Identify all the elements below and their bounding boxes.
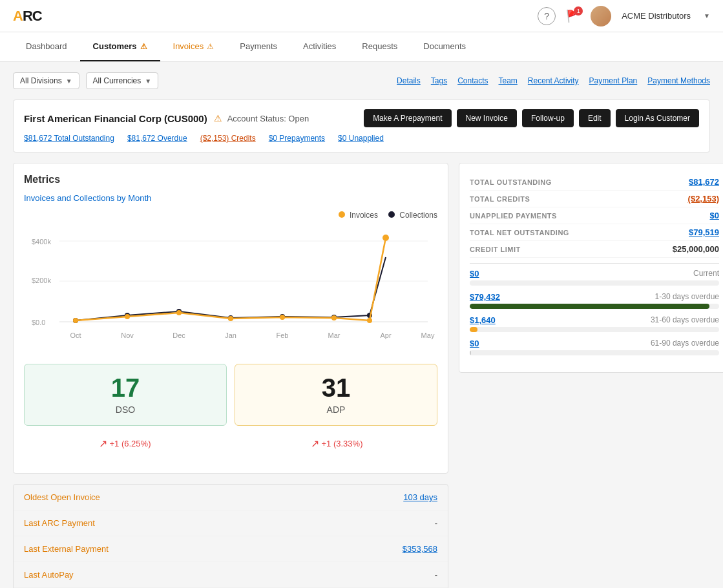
aging-61-90-amount[interactable]: $0 bbox=[470, 339, 479, 348]
avatar[interactable] bbox=[591, 6, 611, 26]
nav-item-documents[interactable]: Documents bbox=[410, 32, 479, 61]
nav-item-activities[interactable]: Activities bbox=[290, 32, 349, 61]
autopay-value: - bbox=[435, 570, 437, 580]
chart-legend: Invoices Collections bbox=[24, 211, 437, 220]
line-chart: $400k $200k $0.0 Oct Nov Dec Jan Feb Ma bbox=[24, 225, 437, 354]
follow-up-button[interactable]: Follow-up bbox=[522, 109, 574, 127]
help-icon[interactable]: ? bbox=[538, 7, 556, 25]
svg-text:Feb: Feb bbox=[277, 331, 289, 339]
info-row-autopay: Last AutoPay - bbox=[14, 562, 448, 588]
chart-section: Invoices and Collections by Month Invoic… bbox=[24, 193, 437, 450]
customer-panel: First American Financial Corp (CUS000) ⚠… bbox=[13, 100, 710, 152]
company-dropdown-icon[interactable]: ▼ bbox=[704, 12, 710, 19]
metrics-title: Metrics bbox=[24, 174, 437, 185]
credit-limit-value: $25,000,000 bbox=[673, 244, 719, 254]
metric-cards: 17 DSO 31 ADP bbox=[24, 364, 437, 426]
notifications-button[interactable]: 🚩 1 bbox=[566, 9, 580, 23]
nav-item-requests[interactable]: Requests bbox=[349, 32, 410, 61]
aging-1-30-amount[interactable]: $79,432 bbox=[470, 292, 500, 302]
legend-invoices: Invoices bbox=[339, 211, 378, 220]
credit-limit-row: CREDIT LIMIT $25,000,000 bbox=[470, 241, 719, 258]
tab-contacts[interactable]: Contacts bbox=[457, 76, 488, 85]
new-invoice-button[interactable]: New Invoice bbox=[457, 109, 517, 127]
svg-text:May: May bbox=[421, 331, 435, 339]
svg-point-24 bbox=[228, 316, 233, 321]
logo[interactable]: ARC bbox=[13, 8, 42, 25]
main-nav: Dashboard Customers ⚠ Invoices ⚠ Payment… bbox=[0, 32, 723, 62]
aging-31-60-bar bbox=[470, 327, 477, 332]
nav-item-payments[interactable]: Payments bbox=[227, 32, 290, 61]
left-panel: Metrics Invoices and Collections by Mont… bbox=[13, 163, 448, 588]
svg-point-22 bbox=[125, 314, 130, 319]
company-name[interactable]: ACME Distributors bbox=[622, 11, 691, 21]
header: ARC ? 🚩 1 ACME Distributors ▼ bbox=[0, 0, 723, 32]
tab-payment-plan[interactable]: Payment Plan bbox=[589, 76, 638, 85]
nav-item-customers[interactable]: Customers ⚠ bbox=[80, 32, 160, 61]
total-credits-row: TOTAL CREDITS ($2,153) bbox=[470, 191, 719, 207]
oldest-invoice-link[interactable]: 103 days bbox=[403, 492, 437, 502]
adp-label: ADP bbox=[246, 404, 426, 415]
svg-text:Jan: Jan bbox=[225, 331, 236, 339]
stat-unapplied[interactable]: $0 Unapplied bbox=[338, 134, 384, 143]
aging-31-60-amount[interactable]: $1,640 bbox=[470, 315, 496, 325]
customers-warning-icon: ⚠ bbox=[140, 42, 147, 51]
aging-31-60-label: 31-60 days overdue bbox=[651, 315, 719, 325]
info-row-external-payment: Last External Payment $353,568 bbox=[14, 536, 448, 562]
svg-text:Apr: Apr bbox=[380, 331, 391, 339]
stat-overdue[interactable]: $81,672 Overdue bbox=[127, 134, 187, 143]
aging-current-bar-bg bbox=[470, 280, 719, 286]
svg-text:Dec: Dec bbox=[173, 331, 185, 339]
dso-change: ↗ +1 (6.25%) bbox=[24, 437, 225, 450]
tab-details[interactable]: Details bbox=[397, 76, 421, 85]
chart-title-text: Invoices and Collections by Month bbox=[24, 193, 151, 203]
aging-1-30-header: $79,432 1-30 days overdue bbox=[470, 292, 719, 302]
svg-point-28 bbox=[382, 235, 389, 241]
division-filter[interactable]: All Divisions ▼ bbox=[13, 72, 79, 89]
notification-badge: 1 bbox=[574, 6, 583, 16]
nav-item-invoices[interactable]: Invoices ⚠ bbox=[160, 32, 227, 61]
svg-text:$200k: $200k bbox=[32, 277, 51, 284]
svg-point-27 bbox=[367, 318, 372, 323]
dso-card: 17 DSO bbox=[24, 364, 227, 426]
tab-tags[interactable]: Tags bbox=[431, 76, 447, 85]
aging-61-90-header: $0 61-90 days overdue bbox=[470, 339, 719, 348]
tab-team[interactable]: Team bbox=[499, 76, 518, 85]
total-outstanding-value[interactable]: $81,672 bbox=[689, 177, 719, 187]
division-dropdown-icon: ▼ bbox=[66, 78, 72, 85]
aging-31-60: $1,640 31-60 days overdue bbox=[470, 315, 719, 332]
stat-credits[interactable]: ($2,153) Credits bbox=[200, 134, 256, 143]
aging-current: $0 Current bbox=[470, 269, 719, 286]
external-payment-link[interactable]: $353,568 bbox=[403, 544, 437, 554]
edit-button[interactable]: Edit bbox=[579, 109, 611, 127]
svg-text:Oct: Oct bbox=[70, 331, 81, 339]
invoices-dot bbox=[339, 211, 345, 218]
totals-divider bbox=[470, 263, 719, 264]
aging-61-90-bar-bg bbox=[470, 350, 719, 355]
total-credits-value[interactable]: ($2,153) bbox=[688, 194, 719, 204]
metrics-section: Metrics Invoices and Collections by Mont… bbox=[13, 163, 448, 474]
invoices-warning-icon: ⚠ bbox=[207, 42, 214, 51]
unapplied-payments-value[interactable]: $0 bbox=[710, 211, 719, 220]
arc-payment-value: - bbox=[435, 518, 437, 528]
adp-card: 31 ADP bbox=[235, 364, 437, 426]
svg-point-21 bbox=[73, 318, 78, 323]
stat-prepayments[interactable]: $0 Prepayments bbox=[269, 134, 325, 143]
unapplied-payments-row: UNAPPLIED PAYMENTS $0 bbox=[470, 207, 719, 224]
nav-item-dashboard[interactable]: Dashboard bbox=[13, 32, 80, 61]
svg-text:Mar: Mar bbox=[328, 331, 341, 339]
total-outstanding-row: TOTAL OUTSTANDING $81,672 bbox=[470, 174, 719, 191]
currency-filter[interactable]: All Currencies ▼ bbox=[86, 72, 159, 89]
tab-payment-methods[interactable]: Payment Methods bbox=[647, 76, 710, 85]
make-prepayment-button[interactable]: Make A Prepayment bbox=[364, 109, 451, 127]
stat-total-outstanding[interactable]: $81,672 Total Outstanding bbox=[24, 134, 114, 143]
login-as-customer-button[interactable]: Login As Customer bbox=[616, 109, 699, 127]
customer-header: First American Financial Corp (CUS000) ⚠… bbox=[24, 109, 699, 127]
adp-change: ↗ +1 (3.33%) bbox=[236, 437, 437, 450]
aging-current-amount[interactable]: $0 bbox=[470, 269, 479, 278]
aging-31-60-bar-bg bbox=[470, 327, 719, 332]
net-outstanding-value[interactable]: $79,519 bbox=[689, 227, 719, 237]
aging-61-90-bar bbox=[470, 350, 471, 355]
customer-warning-icon: ⚠ bbox=[214, 113, 222, 123]
detail-tabs: Details Tags Contacts Team Recent Activi… bbox=[397, 76, 710, 85]
tab-recent-activity[interactable]: Recent Activity bbox=[528, 76, 579, 85]
